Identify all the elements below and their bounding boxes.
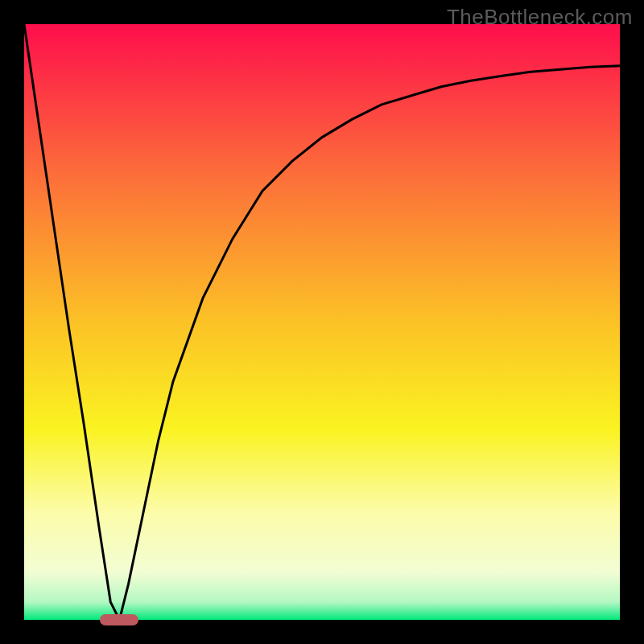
- chart-frame: TheBottleneck.com: [0, 0, 644, 644]
- minimum-marker: [100, 614, 138, 625]
- watermark-text: TheBottleneck.com: [447, 5, 633, 30]
- gradient-fill: [24, 24, 620, 620]
- bottleneck-chart: [24, 24, 620, 620]
